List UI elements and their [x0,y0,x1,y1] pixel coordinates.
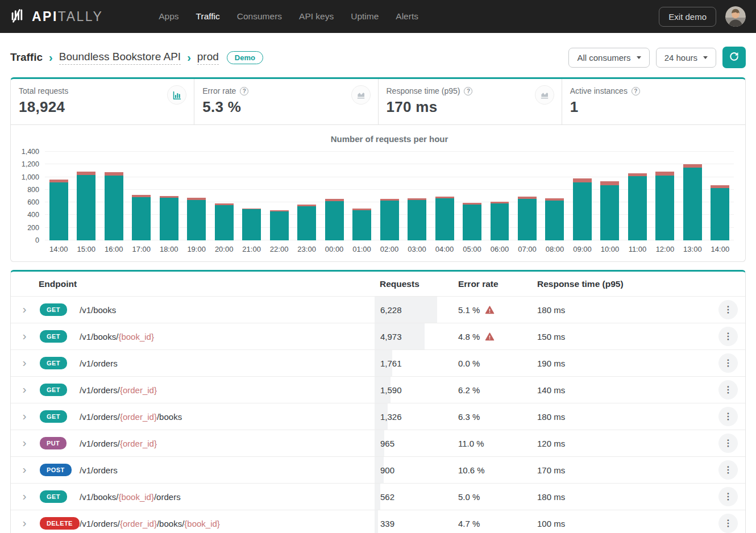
stat-error-rate: Error rate? 5.3 % [194,79,377,124]
row-menu-button[interactable]: ⋮ [718,407,738,426]
nav-item-traffic[interactable]: Traffic [196,11,220,22]
x-tick-label: 13:00 [679,245,706,253]
row-expand-chevron-icon[interactable]: › [11,490,38,503]
y-tick-label: 600 [27,198,39,206]
table-row[interactable]: ›GET/v1/books/{book_id}4,9734.8 %150 ms⋮ [11,323,745,349]
nav-item-api-keys[interactable]: API keys [299,11,334,22]
x-tick-label: 14:00 [707,245,734,253]
response-time-cell: 190 ms [532,359,713,368]
row-expand-chevron-icon[interactable]: › [11,463,38,477]
row-menu-button[interactable]: ⋮ [718,487,738,506]
nav-item-uptime[interactable]: Uptime [351,11,379,22]
brand-wordmark: APITALLY [32,9,103,24]
error-rate-cell: 11.0 % [453,439,532,448]
nav-item-apps[interactable]: Apps [159,11,178,22]
endpoint-path: /v1/books [80,305,375,315]
consumers-dropdown[interactable]: All consumers [568,48,649,68]
row-expand-chevron-icon[interactable]: › [11,517,38,530]
period-dropdown-label: 24 hours [664,53,697,63]
top-navbar: APITALLY Apps Traffic Consumers API keys… [0,0,756,33]
chart-bar [711,185,729,240]
area-chart-icon[interactable] [351,85,371,105]
table-row[interactable]: ›POST/v1/orders90010.6 %170 ms⋮ [11,456,745,483]
table-row[interactable]: ›DELETE/v1/orders/{order_id}/books/{book… [11,510,745,533]
exit-demo-button[interactable]: Exit demo [659,7,716,27]
help-icon[interactable]: ? [464,87,472,95]
row-expand-chevron-icon[interactable]: › [11,356,38,370]
area-chart-icon[interactable] [535,85,554,105]
response-time-cell: 150 ms [532,332,713,342]
response-time-cell: 100 ms [532,519,713,528]
chart-bar [270,210,289,240]
y-tick-label: 1,400 [22,148,39,156]
refresh-icon [729,51,740,64]
row-expand-chevron-icon[interactable]: › [11,330,38,343]
requests-cell: 965 [375,430,453,456]
row-menu-button[interactable]: ⋮ [718,514,738,533]
chart-bar [49,180,68,240]
table-row[interactable]: ›GET/v1/books/{book_id}/orders5625.0 %18… [11,483,745,510]
period-dropdown[interactable]: 24 hours [656,48,716,68]
row-expand-chevron-icon[interactable]: › [11,410,38,423]
chart-bar [573,178,592,240]
endpoint-path: /v1/orders [80,465,375,475]
table-row[interactable]: ›GET/v1/orders1,7610.0 %190 ms⋮ [11,349,745,376]
x-tick-label: 05:00 [458,245,485,253]
stats-row: Total requests 18,924 Error rate? 5.3 % [11,79,745,125]
table-row[interactable]: ›PUT/v1/orders/{order_id}96511.0 %120 ms… [11,430,745,456]
traffic-overview-card: Total requests 18,924 Error rate? 5.3 % [10,77,746,262]
requests-cell: 4,973 [375,323,453,349]
y-tick-label: 200 [27,224,39,232]
nav-item-alerts[interactable]: Alerts [396,11,418,22]
stat-label: Active instances [570,86,628,95]
row-menu-button[interactable]: ⋮ [718,327,738,346]
chart-bar [683,164,702,240]
requests-cell: 562 [375,484,453,510]
stat-value: 170 ms [387,98,553,116]
row-menu-button[interactable]: ⋮ [718,460,738,480]
help-icon[interactable]: ? [632,87,640,95]
chart-bars [45,152,734,240]
x-tick-label: 19:00 [182,245,210,253]
error-rate-cell: 4.8 % [453,332,532,342]
x-tick-label: 00:00 [321,245,348,253]
table-row[interactable]: ›GET/v1/orders/{order_id}/books1,3266.3 … [11,403,745,430]
endpoint-path: /v1/orders/{order_id}/books [80,412,375,422]
nav-item-consumers[interactable]: Consumers [237,11,282,22]
table-row[interactable]: ›GET/v1/books6,2285.1 %180 ms⋮ [11,296,745,323]
y-tick-label: 1,000 [22,173,39,181]
row-menu-button[interactable]: ⋮ [718,300,738,319]
bar-chart-icon[interactable] [167,85,186,105]
chart-bar [435,197,454,240]
row-expand-chevron-icon[interactable]: › [11,383,38,397]
help-icon[interactable]: ? [240,87,248,95]
user-avatar[interactable] [725,6,746,27]
method-badge: GET [40,410,67,423]
breadcrumb-env-link[interactable]: prod [197,51,219,65]
breadcrumb-app-link[interactable]: Boundless Bookstore API [59,51,181,65]
col-header-requests: Requests [375,279,453,289]
method-badge: PUT [40,437,67,449]
endpoint-path: /v1/orders/{order_id}/books/{book_id} [80,519,375,528]
chart-bar [187,198,206,240]
row-menu-button[interactable]: ⋮ [718,380,738,399]
table-header: Endpoint Requests Error rate Response ti… [11,272,745,296]
stat-label: Error rate [202,86,236,95]
error-rate-cell: 5.0 % [453,492,532,502]
chart-x-axis: 14:0015:0016:0017:0018:0019:0020:0021:00… [45,240,734,253]
chevron-right-icon: › [187,52,191,63]
row-menu-button[interactable]: ⋮ [718,434,738,453]
apitally-brand[interactable]: APITALLY [10,7,103,26]
x-tick-label: 04:00 [431,245,458,253]
y-tick-label: 800 [27,186,39,194]
row-menu-button[interactable]: ⋮ [718,353,738,373]
row-expand-chevron-icon[interactable]: › [11,436,38,450]
row-expand-chevron-icon[interactable]: › [11,303,38,317]
stat-label: Response time (p95) [387,86,460,95]
x-tick-label: 14:00 [45,245,72,253]
main-nav: Apps Traffic Consumers API keys Uptime A… [159,11,418,22]
chart-plot [45,152,734,240]
table-row[interactable]: ›GET/v1/orders/{order_id}1,5906.2 %140 m… [11,376,745,403]
refresh-button[interactable] [722,47,746,68]
chart-title: Number of requests per hour [45,134,734,144]
